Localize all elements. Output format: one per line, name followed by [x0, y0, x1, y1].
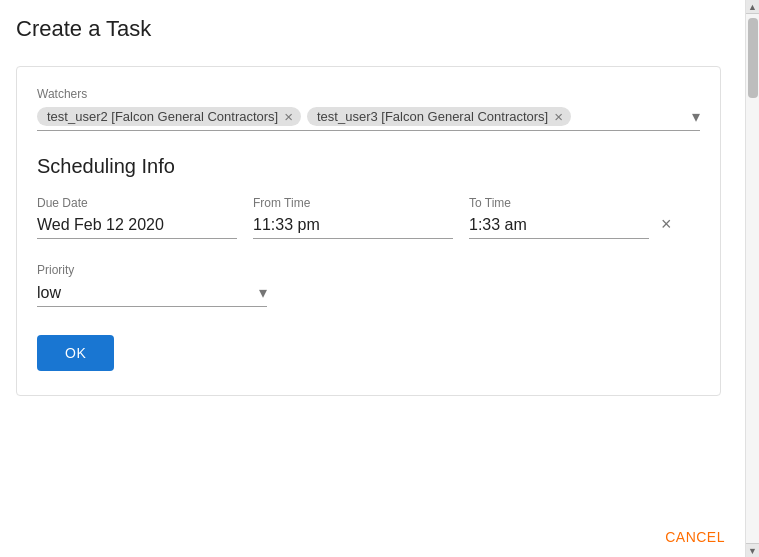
- watchers-input-row[interactable]: test_user2 [Falcon General Contractors] …: [37, 107, 700, 131]
- cancel-button[interactable]: CANCEL: [665, 529, 725, 545]
- chip2-label: test_user3 [Falcon General Contractors]: [317, 109, 548, 124]
- priority-row: Priority low ▾: [37, 263, 700, 307]
- scheduling-close-icon[interactable]: ×: [661, 214, 672, 235]
- page-container: ▲ ▼ Create a Task Watchers test_user2 [F…: [0, 0, 759, 557]
- cancel-bar: CANCEL: [0, 517, 745, 557]
- watcher-chip-2: test_user3 [Falcon General Contractors] …: [307, 107, 571, 126]
- main-content: Create a Task Watchers test_user2 [Falco…: [0, 0, 745, 557]
- page-title: Create a Task: [16, 16, 721, 42]
- scrollbar[interactable]: ▲ ▼: [745, 0, 759, 557]
- scheduling-row: Due Date Wed Feb 12 2020 From Time 11:33…: [37, 196, 700, 239]
- watcher-chip-1: test_user2 [Falcon General Contractors] …: [37, 107, 301, 126]
- chip1-close-icon[interactable]: ×: [284, 109, 293, 124]
- due-date-field[interactable]: Due Date Wed Feb 12 2020: [37, 196, 237, 239]
- watchers-dropdown-icon[interactable]: ▾: [692, 107, 700, 126]
- priority-select[interactable]: low ▾: [37, 283, 267, 307]
- form-section: Watchers test_user2 [Falcon General Cont…: [16, 66, 721, 396]
- to-time-value[interactable]: 1:33 am: [469, 216, 649, 239]
- priority-dropdown-icon[interactable]: ▾: [259, 283, 267, 302]
- chip2-close-icon[interactable]: ×: [554, 109, 563, 124]
- to-time-label: To Time: [469, 196, 649, 210]
- scroll-up-arrow[interactable]: ▲: [746, 0, 760, 14]
- chip1-label: test_user2 [Falcon General Contractors]: [47, 109, 278, 124]
- scroll-down-arrow[interactable]: ▼: [746, 543, 760, 557]
- from-time-field[interactable]: From Time 11:33 pm: [253, 196, 453, 239]
- to-time-field[interactable]: To Time 1:33 am: [469, 196, 649, 239]
- due-date-value[interactable]: Wed Feb 12 2020: [37, 216, 237, 239]
- priority-value: low: [37, 284, 259, 302]
- priority-label: Priority: [37, 263, 700, 277]
- ok-button[interactable]: OK: [37, 335, 114, 371]
- due-date-label: Due Date: [37, 196, 237, 210]
- scheduling-title: Scheduling Info: [37, 155, 700, 178]
- watchers-label: Watchers: [37, 87, 700, 101]
- from-time-label: From Time: [253, 196, 453, 210]
- from-time-value[interactable]: 11:33 pm: [253, 216, 453, 239]
- scrollbar-thumb[interactable]: [748, 18, 758, 98]
